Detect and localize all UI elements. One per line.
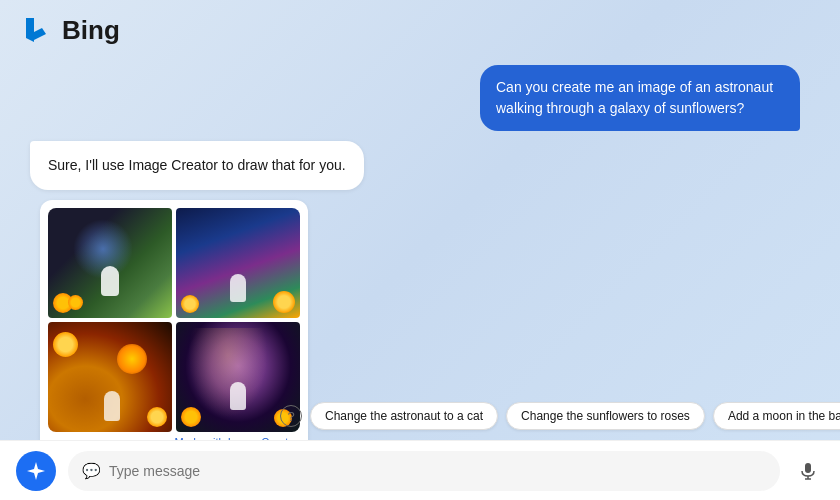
generated-image-3[interactable] [48, 322, 172, 432]
image-grid [48, 208, 300, 432]
suggestion-chip-3[interactable]: Add a moon in the background [713, 402, 840, 430]
header: Bing [0, 0, 840, 60]
bing-sparkle-icon [25, 460, 47, 482]
suggestion-chip-2[interactable]: Change the sunflowers to roses [506, 402, 705, 430]
user-message-bubble: Can you create me an image of an astrona… [480, 65, 800, 131]
message-input[interactable] [109, 463, 766, 479]
bing-chat-button[interactable] [16, 451, 56, 491]
mic-button[interactable] [792, 455, 824, 487]
generated-image-2[interactable] [176, 208, 300, 318]
message-bubble-icon: 💬 [82, 462, 101, 480]
input-bar: 💬 [0, 440, 840, 500]
bot-message-bubble: Sure, I'll use Image Creator to draw tha… [30, 141, 364, 190]
svg-rect-0 [805, 463, 811, 473]
message-input-wrapper: 💬 [68, 451, 780, 491]
suggestion-chip-1[interactable]: Change the astronaut to a cat [310, 402, 498, 430]
microphone-icon [798, 461, 818, 481]
generated-image-1[interactable] [48, 208, 172, 318]
help-icon[interactable]: ? [280, 405, 302, 427]
bing-logo-icon [20, 14, 52, 46]
bing-title: Bing [62, 15, 120, 46]
chat-area: Can you create me an image of an astrona… [0, 55, 840, 440]
image-grid-container: Made with Image Creator [40, 200, 308, 454]
suggestions-area: ? Change the astronaut to a cat Change t… [280, 402, 820, 430]
